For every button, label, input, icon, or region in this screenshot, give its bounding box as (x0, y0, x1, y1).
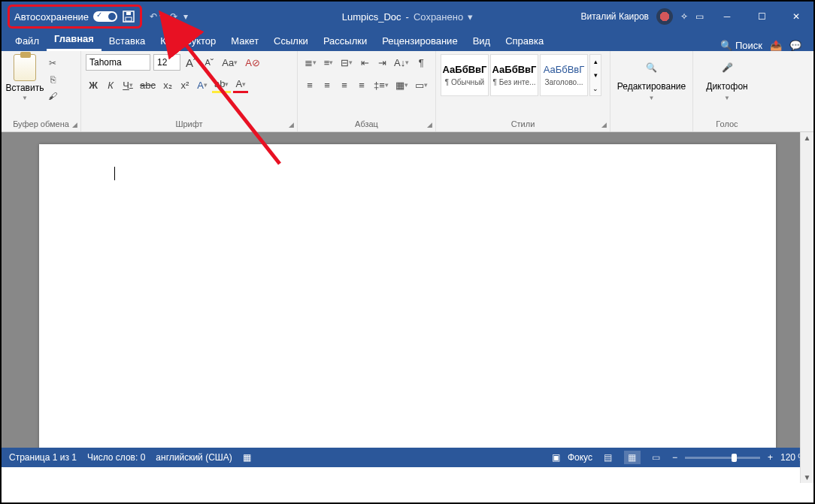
italic-button[interactable]: К (103, 77, 118, 93)
zoom-slider[interactable] (685, 457, 760, 459)
editing-label: Редактирование (617, 81, 686, 92)
shrink-font-button[interactable]: Aˇ (201, 54, 217, 71)
scroll-up-icon[interactable]: ▲ (804, 134, 811, 142)
superscript-button[interactable]: x² (177, 77, 192, 93)
maximize-button[interactable]: ☐ (744, 2, 779, 32)
group-styles-label: Стили (511, 119, 535, 128)
dictate-label: Диктофон (706, 81, 747, 92)
tab-layout[interactable]: Макет (223, 32, 266, 51)
line-spacing-button[interactable]: ‡≡ (371, 77, 391, 93)
status-page[interactable]: Страница 1 из 1 (9, 452, 77, 463)
align-left-button[interactable]: ≡ (302, 77, 317, 93)
page[interactable] (39, 144, 776, 448)
sort-button[interactable]: A↓ (392, 54, 411, 71)
document-area[interactable] (2, 132, 813, 448)
tab-view[interactable]: Вид (465, 32, 498, 51)
paste-icon (14, 54, 36, 81)
ribbon-display-icon[interactable]: ▭ (695, 11, 704, 22)
styles-launcher-icon[interactable]: ◢ (601, 121, 607, 128)
tab-file[interactable]: Файл (8, 32, 47, 51)
change-case-button[interactable]: Aa (220, 54, 240, 71)
tab-help[interactable]: Справка (498, 32, 551, 51)
highlight-button[interactable]: ab (212, 77, 231, 93)
svg-rect-2 (126, 12, 131, 15)
tab-insert[interactable]: Вставка (101, 32, 153, 51)
scroll-down-icon[interactable]: ▼ (804, 473, 811, 481)
svg-rect-1 (126, 17, 132, 21)
indent-right-button[interactable]: ⇥ (374, 54, 389, 71)
group-editing: 🔍 Редактирование ▼ (610, 51, 693, 131)
statusbar: Страница 1 из 1 Число слов: 0 английский… (2, 448, 813, 467)
group-clipboard: Вставить ▼ ✂ ⎘ 🖌 Буфер обмена ◢ (2, 51, 81, 131)
group-styles: АаБбВвГ ¶ Обычный АаБбВвГ ¶ Без инте... … (436, 51, 610, 131)
cut-icon[interactable]: ✂ (47, 57, 59, 69)
style-normal[interactable]: АаБбВвГ ¶ Обычный (441, 54, 489, 96)
styles-more-button[interactable]: ▴▾⌄ (589, 54, 601, 96)
status-lang[interactable]: английский (США) (156, 452, 232, 463)
redo-icon[interactable]: ↷ (170, 11, 177, 22)
style-heading1[interactable]: АаБбВвГ Заголово... (540, 54, 588, 96)
align-center-button[interactable]: ≡ (320, 77, 335, 93)
autosave-toggle[interactable] (93, 11, 117, 22)
qat-customize-icon[interactable]: ▾ (183, 11, 188, 22)
ribbon: Вставить ▼ ✂ ⎘ 🖌 Буфер обмена ◢ Aˆ Aˇ Aa… (2, 51, 813, 132)
status-macro-icon[interactable]: ▦ (243, 452, 251, 463)
paste-button[interactable]: Вставить ▼ (6, 54, 44, 102)
zoom-out-button[interactable]: − (672, 452, 677, 463)
clipboard-launcher-icon[interactable]: ◢ (72, 121, 77, 128)
style-nospacing[interactable]: АаБбВвГ ¶ Без инте... (490, 54, 538, 96)
minimize-button[interactable]: ─ (710, 2, 744, 32)
align-right-button[interactable]: ≡ (337, 77, 352, 93)
view-print-icon[interactable]: ▦ (624, 451, 641, 464)
numbering-button[interactable]: ≡ (321, 54, 336, 71)
doc-status-chevron-icon[interactable]: ▾ (468, 11, 473, 23)
text-effects-button[interactable]: A (195, 77, 210, 93)
share-icon[interactable]: 📤 (770, 40, 782, 51)
status-focus[interactable]: Фокус (568, 452, 592, 463)
view-web-icon[interactable]: ▭ (648, 451, 665, 464)
status-words[interactable]: Число слов: 0 (87, 452, 145, 463)
font-name-select[interactable] (86, 54, 150, 71)
bullets-button[interactable]: ≣ (302, 54, 319, 71)
indent-left-button[interactable]: ⇤ (357, 54, 372, 71)
group-voice: 🎤 Диктофон ▼ Голос (693, 51, 761, 131)
grow-font-button[interactable]: Aˆ (183, 54, 198, 71)
dictate-button[interactable]: 🎤 Диктофон ▼ (698, 54, 756, 104)
group-paragraph: ≣ ≡ ⊟ ⇤ ⇥ A↓ ¶ ≡ ≡ ≡ ≡ ‡≡ ▦ ▭ Абзац ◢ (298, 51, 436, 131)
strike-button[interactable]: abc (138, 77, 158, 93)
tab-mailings[interactable]: Рассылки (316, 32, 374, 51)
tab-references[interactable]: Ссылки (266, 32, 316, 51)
font-color-button[interactable]: A (233, 77, 248, 93)
doc-status[interactable]: Сохранено (414, 11, 463, 23)
show-marks-button[interactable]: ¶ (414, 54, 429, 71)
underline-button[interactable]: Ч (120, 77, 135, 93)
copy-icon[interactable]: ⎘ (47, 74, 59, 86)
bold-button[interactable]: Ж (86, 77, 101, 93)
avatar[interactable] (656, 8, 673, 25)
tab-home[interactable]: Главная (47, 30, 101, 51)
editing-button[interactable]: 🔍 Редактирование ▼ (615, 54, 688, 104)
shading-button[interactable]: ▦ (393, 77, 411, 93)
comments-icon[interactable]: 💬 (789, 40, 801, 51)
format-painter-icon[interactable]: 🖌 (47, 90, 59, 102)
multilevel-button[interactable]: ⊟ (338, 54, 355, 71)
vertical-scrollbar[interactable]: ▲ ▼ (800, 132, 813, 483)
clear-format-button[interactable]: A⊘ (243, 54, 262, 71)
tab-review[interactable]: Рецензирование (374, 32, 465, 51)
borders-button[interactable]: ▭ (413, 77, 430, 93)
zoom-in-button[interactable]: + (768, 452, 773, 463)
user-name[interactable]: Виталий Каиров (580, 11, 649, 22)
paragraph-launcher-icon[interactable]: ◢ (427, 121, 432, 128)
subscript-button[interactable]: x₂ (160, 77, 175, 93)
search-icon: 🔍 (720, 40, 732, 51)
tab-design[interactable]: Конструктор (153, 32, 223, 51)
undo-icon[interactable]: ↶ ▾ (150, 11, 164, 22)
justify-button[interactable]: ≡ (354, 77, 369, 93)
coming-soon-icon[interactable]: ✧ (680, 11, 688, 22)
close-button[interactable]: ✕ (779, 2, 813, 32)
save-icon[interactable] (122, 10, 135, 23)
font-size-select[interactable] (153, 54, 180, 71)
view-read-icon[interactable]: ▤ (600, 451, 617, 464)
search-button[interactable]: 🔍 Поиск (720, 40, 762, 51)
font-launcher-icon[interactable]: ◢ (289, 121, 294, 128)
